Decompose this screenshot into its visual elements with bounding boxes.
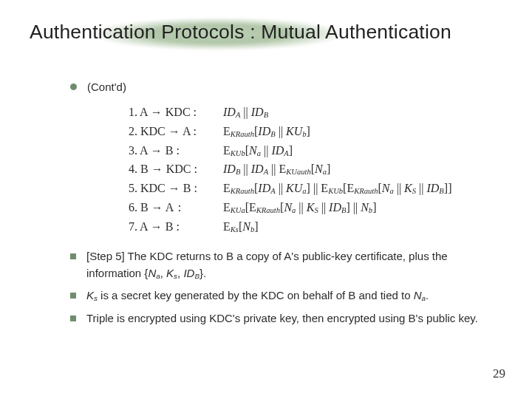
bullet-text: [Step 5] The KDC returns to B a copy of … — [86, 248, 502, 282]
bullet-icon — [70, 253, 76, 259]
subhead: (Cont'd) — [87, 79, 126, 95]
step-left: 1. A → KDC : — [129, 103, 223, 122]
bullet-text: Ks is a secret key generated by the KDC … — [86, 287, 429, 304]
bullet-icon — [70, 316, 76, 321]
step-right: EKRauth[IDA || KUa] || EKUb[EKRauth[Na |… — [223, 179, 502, 198]
step-row: 7. A → B :EKs[Nb] — [129, 217, 502, 236]
bullet-item: Triple is encrypted using KDC's private … — [70, 310, 502, 327]
step-right: EKUa[EKRauth[Na || KS || IDB] || Nb] — [223, 198, 502, 217]
step-row: 6. B → A：EKUa[EKRauth[Na || KS || IDB] |… — [129, 198, 502, 217]
step-left: 4. B → KDC : — [129, 160, 223, 179]
bullet-item: [Step 5] The KDC returns to B a copy of … — [70, 248, 502, 282]
step-row: 2. KDC → A :EKRauth[IDB || KUb] — [129, 122, 502, 141]
step-right: IDB || IDA || EKUauth[Na] — [223, 160, 502, 179]
slide-title: Authentication Protocols : Mutual Authen… — [30, 21, 502, 44]
step-left: 5. KDC → B : — [129, 179, 223, 198]
bullet-contd: (Cont'd) — [70, 79, 502, 95]
step-left: 2. KDC → A : — [129, 122, 223, 141]
step-left: 6. B → A： — [129, 198, 223, 217]
step-left: 7. A → B : — [129, 217, 223, 236]
step-row: 3. A → B :EKUb[Na || IDA] — [129, 141, 502, 160]
slide: Authentication Protocols : Mutual Authen… — [0, 0, 532, 399]
protocol-steps: 1. A → KDC :IDA || IDB 2. KDC → A :EKRau… — [129, 103, 502, 236]
step-row: 1. A → KDC :IDA || IDB — [129, 103, 502, 122]
bullet-icon — [70, 83, 77, 90]
bullet-icon — [70, 293, 76, 299]
bullet-item: Ks is a secret key generated by the KDC … — [70, 287, 502, 304]
step-right: EKRauth[IDB || KUb] — [223, 122, 502, 141]
step-right: EKUb[Na || IDA] — [223, 141, 502, 160]
page-number: 29 — [493, 366, 505, 381]
step-row: 4. B → KDC :IDB || IDA || EKUauth[Na] — [129, 160, 502, 179]
bullet-text: Triple is encrypted using KDC's private … — [86, 310, 478, 327]
step-right: EKs[Nb] — [223, 217, 502, 236]
slide-body: (Cont'd) 1. A → KDC :IDA || IDB 2. KDC →… — [30, 79, 502, 327]
step-right: IDA || IDB — [223, 103, 502, 122]
step-left: 3. A → B : — [129, 141, 223, 160]
step-row: 5. KDC → B :EKRauth[IDA || KUa] || EKUb[… — [129, 179, 502, 198]
